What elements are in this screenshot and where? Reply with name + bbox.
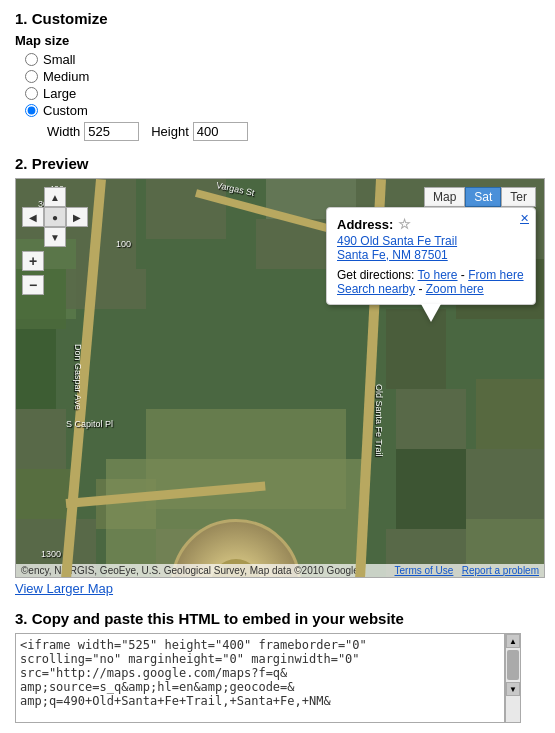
pan-arrow-blank-tl [22,187,44,207]
map-footer: ©ency, NMRGIS, GeoEye, U.S. Geological S… [16,564,544,577]
pan-arrow-blank-tr [66,187,88,207]
radio-custom-row: Custom [25,103,540,118]
section-2: 2. Preview [15,155,540,596]
embed-code-textarea[interactable] [15,633,505,723]
radio-group-map-size: Small Medium Large Custom Width Height [25,52,540,141]
radio-small-row: Small [25,52,540,67]
road-label-old-santa-fe: Old Santa Fe Trail [374,384,384,457]
map-type-ter-btn[interactable]: Ter [501,187,536,207]
width-input[interactable] [84,122,139,141]
pan-arrow-right[interactable]: ▶ [66,207,88,227]
popup-zoom-here-link[interactable]: Zoom here [426,282,484,296]
section-3-header: 3. Copy and paste this HTML to embed in … [15,610,540,627]
popup-star-icon[interactable]: ☆ [398,216,411,232]
view-larger-map-link[interactable]: View Larger Map [15,581,540,596]
terrain-block-21 [466,449,544,519]
section-1-number: 1. [15,10,28,27]
scroll-up-arrow[interactable]: ▲ [506,634,520,648]
terrain-block-9 [16,409,66,469]
pan-arrow-up[interactable]: ▲ [44,187,66,207]
radio-small[interactable] [25,53,38,66]
width-label: Width [47,124,80,139]
map-controls: ▲ ◀ ● ▶ ▼ + − [22,187,88,295]
custom-size-row: Width Height [47,122,540,141]
radio-large[interactable] [25,87,38,100]
popup-address-label: Address: [337,217,393,232]
radio-medium-label[interactable]: Medium [43,69,89,84]
road-label-don-gaspar: Don Gaspar Ave [73,344,83,410]
distance-1300: 1300 [41,549,61,559]
radio-medium[interactable] [25,70,38,83]
section-1-title: Customize [32,10,108,27]
popup-directions: Get directions: To here - From here Sear… [337,268,525,296]
radio-medium-row: Medium [25,69,540,84]
map-preview-container[interactable]: New MexicoState Capitol Don Gaspar Ave V… [15,178,545,578]
map-type-map-btn[interactable]: Map [424,187,465,207]
distance-100: 100 [116,239,131,249]
section-2-title: Preview [32,155,89,172]
map-info-popup: ✕ Address: ☆ 490 Old Santa Fe Trail Sant… [326,207,536,305]
scroll-down-arrow[interactable]: ▼ [506,682,520,696]
zoom-in-button[interactable]: + [22,251,44,271]
map-size-label: Map size [15,33,540,48]
radio-custom[interactable] [25,104,38,117]
terrain-block-17 [396,389,466,449]
popup-address-link[interactable]: 490 Old Santa Fe Trail Santa Fe, NM 8750… [337,234,457,262]
height-label: Height [151,124,189,139]
pan-arrow-blank-br [66,227,88,247]
section-1: 1. Customize Map size Small Medium Large… [15,10,540,141]
terrain-block-18 [396,449,466,529]
pan-arrow-blank-bl [22,227,44,247]
radio-custom-label[interactable]: Custom [43,103,88,118]
embed-code-wrapper: ▲ ▼ [15,633,540,723]
section-3-number: 3. [15,610,28,627]
section-3-title: Copy and paste this HTML to embed in you… [32,610,404,627]
road-label-s-capitol: S Capitol Pl [66,419,113,429]
scroll-thumb[interactable] [507,650,519,680]
popup-address-title: Address: ☆ [337,216,525,232]
radio-small-label[interactable]: Small [43,52,76,67]
popup-search-nearby-link[interactable]: Search nearby [337,282,415,296]
radio-large-row: Large [25,86,540,101]
map-type-sat-btn[interactable]: Sat [465,187,501,207]
height-input[interactable] [193,122,248,141]
popup-close-button[interactable]: ✕ [520,212,529,225]
radio-large-label[interactable]: Large [43,86,76,101]
popup-directions-label: Get directions: [337,268,414,282]
section-1-header: 1. Customize [15,10,540,27]
section-2-number: 2. [15,155,28,172]
map-satellite-view[interactable]: New MexicoState Capitol Don Gaspar Ave V… [16,179,544,577]
section-2-header: 2. Preview [15,155,540,172]
section-3: 3. Copy and paste this HTML to embed in … [15,610,540,723]
popup-to-here-link[interactable]: To here [418,268,458,282]
report-problem-link[interactable]: Report a problem [462,565,539,576]
terrain-block-2 [146,179,226,239]
popup-arrow [421,304,441,322]
terrain-block-22 [476,379,544,449]
terrain-block-8 [16,329,56,409]
pan-arrow-center[interactable]: ● [44,207,66,227]
map-footer-links: Terms of Use Report a problem [394,565,539,576]
popup-address-line1: 490 Old Santa Fe Trail Santa Fe, NM 8750… [337,234,525,262]
map-type-buttons: Map Sat Ter [424,187,536,207]
map-pan-controls: ▲ ◀ ● ▶ ▼ [22,187,88,247]
pan-arrow-down[interactable]: ▼ [44,227,66,247]
embed-scrollbar[interactable]: ▲ ▼ [505,633,521,723]
pan-arrow-left[interactable]: ◀ [22,207,44,227]
popup-from-here-link[interactable]: From here [468,268,523,282]
zoom-out-button[interactable]: − [22,275,44,295]
terms-of-use-link[interactable]: Terms of Use [394,565,453,576]
